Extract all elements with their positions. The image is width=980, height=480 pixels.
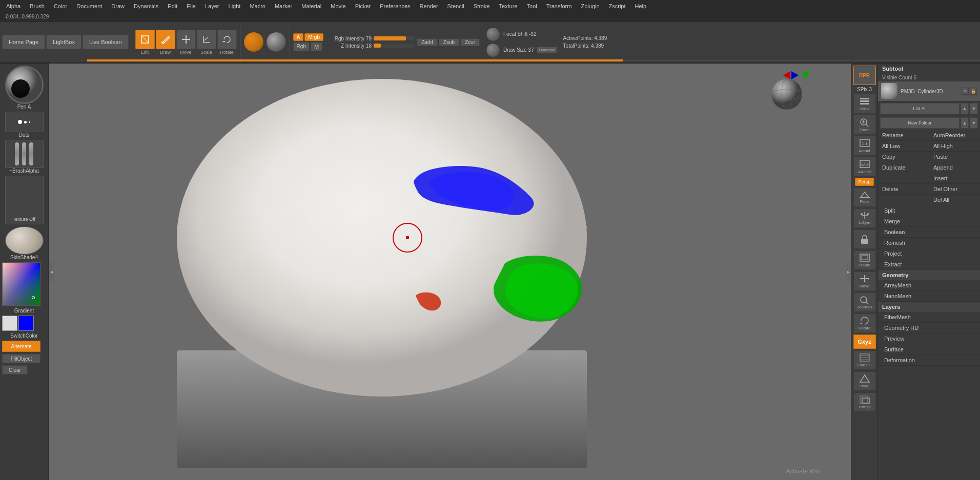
menu-macro[interactable]: Macro bbox=[246, 2, 270, 10]
menu-light[interactable]: Light bbox=[224, 2, 245, 10]
all-low-button[interactable]: All Low bbox=[878, 141, 929, 151]
menu-picker[interactable]: Picker bbox=[351, 2, 375, 10]
transp-button[interactable]: Transp bbox=[853, 392, 876, 412]
rotate-tool-button[interactable] bbox=[217, 30, 237, 49]
zoom3d-button[interactable]: Zoom3D bbox=[853, 293, 876, 312]
all-high-button[interactable]: All High bbox=[929, 141, 980, 151]
menu-brush[interactable]: Brush bbox=[26, 2, 49, 10]
frame-button[interactable]: Frame bbox=[853, 251, 876, 270]
scroll-button[interactable]: Scroll bbox=[853, 94, 876, 113]
del-all-button[interactable]: Del All bbox=[929, 195, 980, 205]
menu-marker[interactable]: Marker bbox=[271, 2, 296, 10]
alternate-button[interactable]: Alternate bbox=[2, 341, 40, 352]
subtool-item-cylinder[interactable]: PM3D_Cylinder3D 👁 🔒 bbox=[878, 81, 980, 101]
color-picker[interactable] bbox=[2, 262, 40, 306]
append-button[interactable]: Append bbox=[929, 162, 980, 173]
new-folder-arrow-up[interactable]: ▲ bbox=[961, 117, 969, 129]
bpr-button[interactable]: BPR bbox=[853, 66, 876, 85]
mrgb-button[interactable]: Mrgb bbox=[304, 33, 323, 41]
xyz-button[interactable]: Gxyz bbox=[853, 335, 876, 349]
foreground-color-swatch[interactable] bbox=[2, 316, 17, 331]
menu-help[interactable]: Help bbox=[631, 2, 651, 10]
move-tool-button[interactable] bbox=[176, 30, 196, 49]
aahalf-button[interactable]: AA½ AAHalf bbox=[853, 157, 876, 176]
menu-material[interactable]: Material bbox=[297, 2, 325, 10]
deformation-item[interactable]: Deformation bbox=[878, 355, 980, 366]
focal-knob[interactable] bbox=[486, 27, 500, 41]
copy-button[interactable]: Copy bbox=[878, 152, 929, 162]
rename-button[interactable]: Rename bbox=[878, 130, 929, 140]
extract-item[interactable]: Extract bbox=[878, 259, 980, 270]
lock-button[interactable] bbox=[853, 229, 876, 249]
background-color-swatch[interactable] bbox=[18, 316, 34, 331]
menu-document[interactable]: Document bbox=[72, 2, 106, 10]
zadd-button[interactable]: Zadd bbox=[417, 38, 438, 46]
zcur-button[interactable]: Zcur bbox=[460, 38, 480, 46]
new-folder-button[interactable]: New Folder bbox=[880, 117, 959, 129]
list-all-arrow-up[interactable]: ▲ bbox=[961, 103, 969, 114]
zoom-button[interactable]: Zoom bbox=[853, 115, 876, 134]
menu-texture[interactable]: Texture bbox=[495, 2, 521, 10]
insert-button[interactable]: Insert bbox=[929, 173, 980, 183]
live-boolean-button[interactable]: Live Boolean bbox=[83, 35, 129, 49]
edit-tool-button[interactable] bbox=[135, 30, 155, 49]
auto-reorder-button[interactable]: AutoReorder bbox=[929, 130, 980, 140]
clear-button[interactable]: Clear bbox=[2, 365, 28, 374]
split-item[interactable]: Split bbox=[878, 205, 980, 216]
paste-button[interactable]: Paste bbox=[929, 152, 980, 162]
menu-draw[interactable]: Draw bbox=[107, 2, 129, 10]
persp-button[interactable]: Persp bbox=[855, 178, 874, 186]
delete-button[interactable]: Delete bbox=[878, 184, 929, 194]
dynamic-button[interactable]: Dynamic bbox=[537, 47, 557, 53]
canvas-area[interactable]: Activate Win ◂ ▸ bbox=[49, 64, 851, 480]
menu-movie[interactable]: Movie bbox=[326, 2, 350, 10]
skinshade-preview[interactable] bbox=[5, 226, 44, 255]
array-mesh-item[interactable]: ArrayMesh bbox=[878, 280, 980, 291]
a-button[interactable]: A bbox=[293, 33, 304, 41]
menu-stroke[interactable]: Stroke bbox=[469, 2, 494, 10]
menu-alpha[interactable]: Alpha bbox=[2, 2, 25, 10]
z-intensity-track[interactable] bbox=[374, 44, 415, 48]
lightbox-button[interactable]: LightBox bbox=[46, 35, 81, 49]
subtool-lock-icon[interactable]: 🔒 bbox=[970, 88, 977, 95]
layers-header[interactable]: Layers bbox=[878, 302, 980, 312]
menu-dynamics[interactable]: Dynamics bbox=[130, 2, 162, 10]
rgb-intensity-track[interactable] bbox=[374, 36, 415, 40]
list-all-arrow-down[interactable]: ▼ bbox=[970, 103, 978, 114]
canvas-nav-right[interactable]: ▸ bbox=[846, 262, 851, 282]
del-other-button[interactable]: Del Other bbox=[929, 184, 980, 194]
menu-preferences[interactable]: Preferences bbox=[376, 2, 414, 10]
texture-off-button[interactable]: Texture Off bbox=[5, 176, 44, 224]
geometry-hd-item[interactable]: Geometry HD bbox=[878, 323, 980, 333]
actual-button[interactable]: 1:1 Actual bbox=[853, 136, 876, 155]
material-sphere-button[interactable] bbox=[266, 32, 287, 52]
menu-edit[interactable]: Edit bbox=[164, 2, 181, 10]
rgb-button[interactable]: Rgb bbox=[293, 42, 310, 51]
move-viewport-button[interactable]: Move bbox=[853, 272, 876, 291]
menu-render[interactable]: Render bbox=[416, 2, 442, 10]
rotate-viewport-button[interactable]: Rotate bbox=[853, 314, 876, 333]
menu-transform[interactable]: Transform bbox=[542, 2, 576, 10]
boolean-item[interactable]: Boolean bbox=[878, 227, 980, 238]
m-button[interactable]: M bbox=[311, 42, 322, 51]
menu-stencil[interactable]: Stencil bbox=[443, 2, 468, 10]
nano-mesh-item[interactable]: NanoMesh bbox=[878, 291, 980, 302]
subtool-eye-icon[interactable]: 👁 bbox=[962, 88, 969, 95]
project-item[interactable]: Project bbox=[878, 248, 980, 259]
remesh-item[interactable]: Remesh bbox=[878, 238, 980, 248]
geometry-header[interactable]: Geometry bbox=[878, 270, 980, 280]
fiber-mesh-item[interactable]: FiberMesh bbox=[878, 312, 980, 323]
menu-zscript[interactable]: Zscript bbox=[605, 2, 630, 10]
preview-item[interactable]: Preview bbox=[878, 333, 980, 344]
new-folder-arrow-down[interactable]: ▼ bbox=[970, 117, 978, 129]
brush-sphere-button[interactable] bbox=[243, 32, 264, 52]
home-page-button[interactable]: Home Page bbox=[2, 35, 45, 49]
draw-tool-button[interactable] bbox=[156, 30, 175, 49]
list-all-button[interactable]: List All bbox=[880, 103, 959, 114]
menu-file[interactable]: File bbox=[182, 2, 200, 10]
linefill-button[interactable]: Line Fill bbox=[853, 350, 876, 370]
menu-zplugin[interactable]: Zplugin bbox=[577, 2, 603, 10]
menu-color[interactable]: Color bbox=[50, 2, 71, 10]
polyf-button[interactable]: PolyF bbox=[853, 371, 876, 391]
duplicate-button[interactable]: Duplicate bbox=[878, 162, 929, 173]
